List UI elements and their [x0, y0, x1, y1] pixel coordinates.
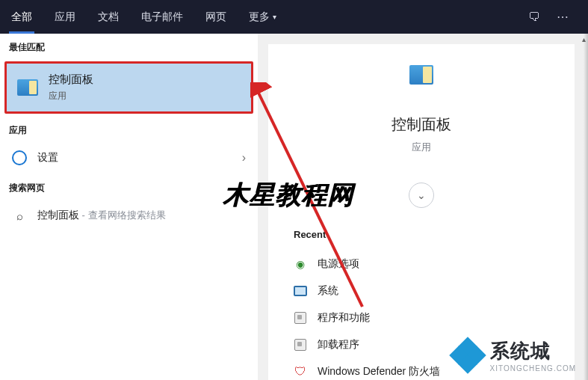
gear-icon: [12, 150, 27, 165]
section-apps: 应用: [0, 117, 258, 141]
uninstall-icon: [294, 338, 307, 352]
feedback-icon[interactable]: 🗨: [528, 10, 540, 24]
recent-item-label: 系统: [318, 284, 338, 298]
web-search-term: 控制面板: [37, 209, 79, 221]
section-best-match: 最佳匹配: [0, 34, 258, 58]
preview-panel: 控制面板 应用 ⌄ Recent ◉ 电源选项 系统 程序和功能: [268, 44, 575, 380]
tab-email[interactable]: 电子邮件: [130, 0, 194, 34]
tab-apps-label: 应用: [55, 10, 75, 24]
system-icon: [294, 284, 307, 298]
programs-icon: [294, 311, 307, 325]
brand-name-cn: 系统城: [490, 338, 576, 364]
recent-item-programs[interactable]: 程序和功能: [294, 304, 549, 331]
preview-panel-wrap: 控制面板 应用 ⌄ Recent ◉ 电源选项 系统 程序和功能: [258, 34, 588, 380]
brand-name-en: XITONGCHENG.COM: [490, 364, 576, 373]
tab-email-label: 电子邮件: [141, 10, 183, 24]
tab-more[interactable]: 更多▾: [238, 0, 288, 34]
best-match-subtitle: 应用: [49, 90, 93, 102]
expand-button[interactable]: ⌄: [409, 183, 434, 208]
recent-item-label: 电源选项: [318, 257, 359, 271]
tab-docs[interactable]: 文档: [87, 0, 130, 34]
app-item-settings[interactable]: 设置 ›: [0, 141, 258, 174]
web-search-item[interactable]: ⌕ 控制面板 - 查看网络搜索结果: [0, 199, 258, 232]
tab-apps[interactable]: 应用: [43, 0, 87, 34]
best-match-item[interactable]: 控制面板 应用: [4, 61, 253, 114]
section-web-search: 搜索网页: [0, 174, 258, 199]
control-panel-icon: [17, 79, 38, 96]
preview-subtitle: 应用: [412, 141, 431, 154]
web-search-hint: - 查看网络搜索结果: [79, 209, 166, 221]
chevron-down-icon: ▾: [273, 13, 276, 21]
recent-item-label: Windows Defender 防火墙: [318, 365, 440, 379]
chevron-down-icon: ⌄: [417, 189, 426, 201]
tab-more-label: 更多: [249, 10, 270, 24]
edge-shadow: [584, 34, 588, 380]
section-recent: Recent: [294, 229, 549, 240]
more-options-icon[interactable]: ⋯: [557, 10, 570, 24]
brand-watermark: 系统城 XITONGCHENG.COM: [453, 338, 576, 373]
best-match-title: 控制面板: [49, 73, 93, 87]
tab-all-label: 全部: [11, 10, 32, 24]
search-icon: ⌕: [12, 209, 27, 222]
recent-item-power[interactable]: ◉ 电源选项: [294, 251, 549, 278]
preview-title: 控制面板: [392, 114, 451, 135]
recent-item-system[interactable]: 系统: [294, 278, 549, 304]
recent-item-label: 卸载程序: [318, 338, 359, 352]
tab-docs-label: 文档: [98, 10, 119, 24]
results-panel: 最佳匹配 控制面板 应用 应用 设置 › 搜索网页 ⌕ 控制面板 - 查看网络搜…: [0, 34, 258, 380]
search-filter-tabs: 全部 应用 文档 电子邮件 网页 更多▾ 🗨 ⋯: [0, 0, 588, 34]
brand-logo-icon: [453, 340, 483, 370]
recent-item-label: 程序和功能: [318, 311, 370, 325]
tab-all[interactable]: 全部: [0, 0, 43, 34]
app-item-label: 设置: [37, 151, 58, 165]
tab-web-label: 网页: [205, 10, 226, 24]
control-panel-icon: [409, 65, 433, 85]
power-icon: ◉: [294, 257, 307, 271]
chevron-right-icon: ›: [242, 151, 246, 165]
tab-web[interactable]: 网页: [194, 0, 238, 34]
shield-icon: 🛡: [294, 365, 307, 379]
